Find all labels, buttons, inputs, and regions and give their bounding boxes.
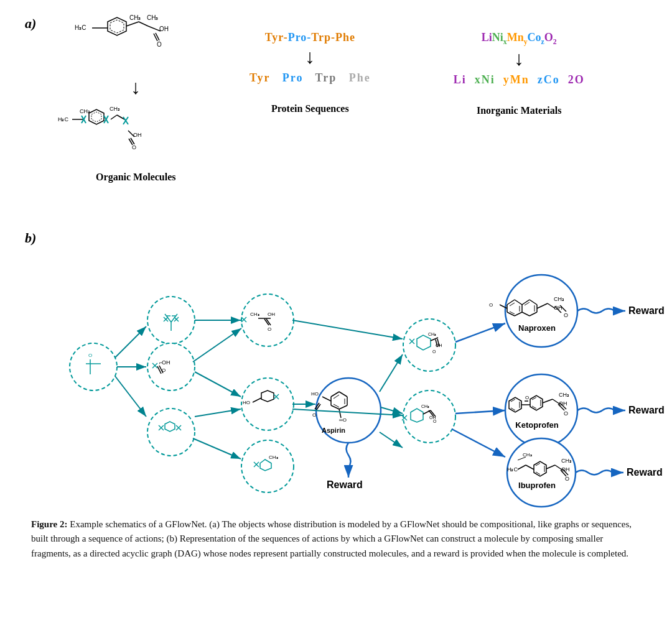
svg-text:O: O <box>525 395 529 400</box>
col-protein: Tyr-Pro-Trp-Phe ↓ Tyr Pro Trp Phe Protei… <box>229 12 391 114</box>
protein-label: Protein Sequences <box>271 103 349 114</box>
protein-phe: Phe <box>335 31 355 44</box>
inorganic-li: Li <box>482 31 492 44</box>
inorganic-ni: Ni <box>492 31 503 44</box>
organic-molecule-top: CH₃ H₃C CH₃ OH O <box>55 12 217 75</box>
inorganic-arrow: ↓ <box>514 48 524 68</box>
svg-text:HO: HO <box>243 400 250 405</box>
protein-pro: Pro <box>288 31 307 44</box>
svg-text:CH₃: CH₃ <box>250 312 259 317</box>
inorganic-o22: 2O <box>568 73 585 86</box>
section-b-label: b) <box>25 230 36 246</box>
svg-text:O: O <box>132 144 136 150</box>
svg-text:O: O <box>268 326 271 332</box>
svg-text:CH₃: CH₃ <box>428 332 436 336</box>
inorganic-label: Inorganic Materials <box>477 105 561 116</box>
svg-text:O: O <box>312 412 316 418</box>
svg-marker-19 <box>91 112 101 122</box>
svg-text:CH₃: CH₃ <box>129 14 141 21</box>
protein-trp2: Trp <box>315 72 337 84</box>
inorganic-li2: Li <box>454 73 467 86</box>
svg-text:CH₃: CH₃ <box>561 458 572 464</box>
svg-marker-4 <box>110 20 124 33</box>
protein-tyr2: Tyr <box>250 72 270 84</box>
svg-point-77 <box>241 440 294 492</box>
section-b: b) O <box>25 224 647 510</box>
protein-top-seq: Tyr-Pro-Trp-Phe <box>265 31 355 44</box>
svg-line-23 <box>111 115 117 119</box>
svg-text:O: O <box>88 353 92 358</box>
svg-text:H₃C: H₃C <box>507 466 518 473</box>
svg-text:Reward: Reward <box>628 405 665 415</box>
svg-text:CH₃: CH₃ <box>269 455 278 460</box>
svg-text:OH: OH <box>162 359 170 366</box>
svg-text:H₃C: H₃C <box>75 24 86 31</box>
protein-trp: Trp <box>311 31 331 44</box>
svg-text:OH: OH <box>268 312 275 317</box>
protein-arrow: ↓ <box>305 47 315 67</box>
svg-point-48 <box>147 343 195 390</box>
svg-text:Reward: Reward <box>327 479 363 490</box>
svg-line-196 <box>380 354 403 392</box>
gflownet-diagram: O ⌐ OH O <box>44 224 666 510</box>
svg-line-5 <box>126 22 139 26</box>
section-a: a) CH₃ H₃C CH₃ OH <box>25 12 647 218</box>
svg-line-189 <box>195 372 241 397</box>
figure-container: a) CH₃ H₃C CH₃ OH <box>0 0 672 628</box>
inorganic-zco: zCo <box>538 73 560 86</box>
svg-text:CH₃: CH₃ <box>110 106 120 112</box>
svg-text:OH: OH <box>159 25 169 32</box>
protein-bottom-seq: Tyr Pro Trp Phe <box>250 72 371 85</box>
organic-arrow: ↓ <box>131 77 141 97</box>
svg-text:CH₃: CH₃ <box>523 452 532 458</box>
svg-line-192 <box>193 438 241 459</box>
svg-point-56 <box>147 409 195 456</box>
svg-line-191 <box>195 409 241 417</box>
organic-label: Organic Molecules <box>96 172 175 183</box>
section-a-label: a) <box>25 16 36 32</box>
protein-pro2: Pro <box>282 72 304 84</box>
svg-line-187 <box>115 376 146 417</box>
svg-line-190 <box>193 328 241 362</box>
svg-line-200 <box>455 410 505 413</box>
svg-text:Reward: Reward <box>628 305 665 316</box>
inorganic-xni: xNi <box>475 73 495 86</box>
svg-text:Ketoprofen: Ketoprofen <box>515 420 558 430</box>
svg-line-201 <box>452 429 505 457</box>
svg-text:O: O <box>564 312 568 318</box>
svg-text:O: O <box>564 410 568 417</box>
col-organic: CH₃ H₃C CH₃ OH O ↓ <box>42 12 229 183</box>
svg-line-185 <box>115 326 146 358</box>
svg-text:O: O <box>433 419 437 423</box>
svg-text:H₃C: H₃C <box>58 116 68 122</box>
svg-point-120 <box>505 275 577 347</box>
inorganic-o2: O <box>544 31 553 44</box>
inorganic-top-formula: LiNixMnyCozO2 <box>482 31 557 46</box>
svg-text:Reward: Reward <box>627 467 663 478</box>
svg-text:═O: ═O <box>338 417 347 423</box>
svg-line-197 <box>381 407 403 413</box>
col-inorganic: LiNixMnyCozO2 ↓ Li xNi yMn zCo 2O Inorga… <box>391 12 647 116</box>
svg-text:CH₃: CH₃ <box>554 296 564 302</box>
svg-text:CH₃: CH₃ <box>421 404 429 409</box>
svg-line-198 <box>380 432 403 448</box>
svg-line-199 <box>455 323 505 342</box>
svg-text:CH₃: CH₃ <box>559 392 569 398</box>
figure-caption: Figure 2: Example schematics of a GFlowN… <box>25 517 647 561</box>
svg-point-38 <box>147 297 195 344</box>
caption-text: Example schematics of a GFlowNet. (a) Th… <box>31 519 632 558</box>
svg-line-6 <box>139 22 148 26</box>
svg-point-100 <box>403 319 455 371</box>
svg-text:Naproxen: Naproxen <box>518 323 556 333</box>
svg-text:Ibuprofen: Ibuprofen <box>518 481 556 490</box>
protein-tyr: Tyr <box>265 31 284 44</box>
svg-line-8 <box>148 26 161 31</box>
svg-text:O: O <box>489 302 493 308</box>
svg-line-193 <box>292 320 403 339</box>
svg-text:O: O <box>432 349 436 354</box>
inorganic-ymn: yMn <box>503 73 530 86</box>
inorganic-co: Co <box>527 31 541 44</box>
svg-text:CH₃: CH₃ <box>147 14 158 21</box>
protein-phe2: Phe <box>349 72 371 84</box>
organic-molecule-bottom: H₃C CH₃ CH₃ OH <box>55 99 217 168</box>
